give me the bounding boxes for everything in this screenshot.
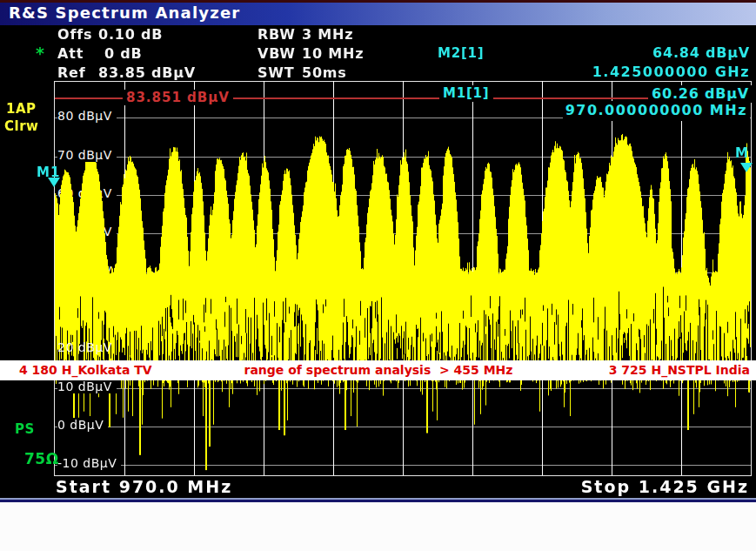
offs-label: Offs [57,26,92,43]
att-asterisk-icon: * [36,44,45,63]
marker-m1-level: 60.26 dBµV [648,85,753,103]
preamp-label: PS [15,421,35,437]
annotation-right: 3 725 H_NSTPL India [609,360,750,380]
vbw-value: 10 MHz [302,45,364,62]
y-axis-label: 80 dBµV [57,109,117,123]
start-frequency-label: Start 970.0 MHz [56,477,232,496]
annotation-band: 4 180 H_Kolkata TV range of spectrum ana… [0,360,756,380]
offs-value: 0.10 dB [98,26,163,43]
marker-m1-name: M1[1] [439,85,493,102]
swt-label: SWT [258,64,295,81]
marker-m2-freq: 1.425000000 GHz [592,64,750,80]
marker-m2-arrow-icon [740,163,753,172]
marker-m1-arrow-icon [48,178,60,187]
y-axis-label: 0 dBµV [57,418,108,432]
y-axis-label: 10 dBµV [57,380,117,393]
att-label: Att [57,45,84,62]
marker-m2-level: 64.84 dBµV [652,44,750,61]
swt-value: 50ms [302,64,347,81]
y-axis-label: 70 dBµV [57,148,117,162]
detector-label: Clrw [4,118,38,134]
att-value: 0 dB [104,45,143,62]
annotation-center: range of spectrum analysis > 455 MHz [209,360,548,380]
marker-m2-flag-label: M [735,145,749,161]
stop-frequency-label: Stop 1.425 GHz [581,477,749,496]
marker-m1-freq: 970.000000000 MHz [563,101,750,121]
ref-value: 83.85 dBµV [98,64,196,81]
spectrum-analyzer-screen: R&S Spectrum Analyzer Offs 0.10 dB RBW 3… [0,0,756,551]
rbw-value: 3 MHz [302,26,353,43]
trace-mode-label: 1AP [6,101,37,117]
annotation-left: 4 180 H_Kolkata TV [19,360,152,380]
y-axis-label: -10 dBµV [57,456,121,470]
marker-m2-name: M2[1] [438,45,485,61]
rbw-label: RBW [258,26,296,43]
y-axis-label: 20 dBµV [57,340,117,354]
vbw-label: VBW [258,45,296,62]
impedance-label: 75Ω [24,450,59,467]
display-line-label: 83.851 dBµV [123,90,233,105]
ref-label: Ref [57,64,86,81]
